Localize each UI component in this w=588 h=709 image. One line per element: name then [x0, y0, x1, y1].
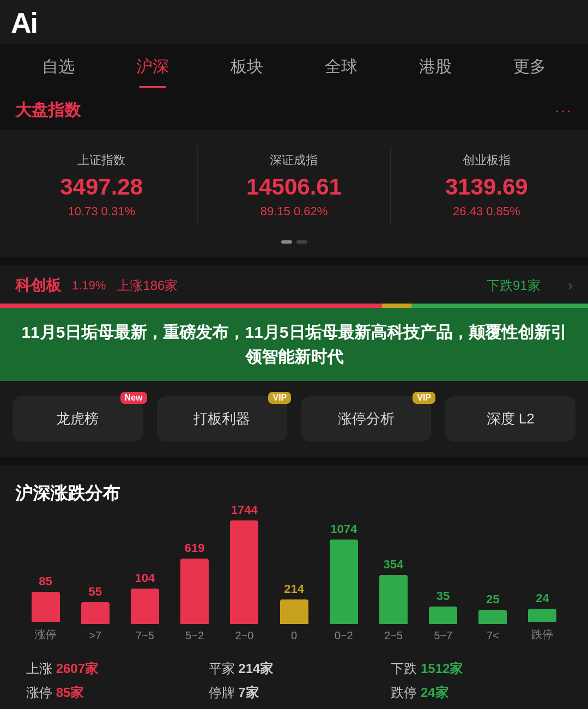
- distribution-section: 沪深涨跌分布 85涨停55>71047~56195~217442~0214010…: [0, 465, 588, 709]
- bar-value-7: 354: [384, 557, 404, 572]
- index-name-shzs: 上证指数: [10, 152, 193, 168]
- bar-col-9: 257<: [468, 592, 518, 642]
- top-bar: Ai: [0, 0, 588, 44]
- tool-label-longhu: 龙虎榜: [56, 409, 99, 428]
- bar-col-0: 85涨停: [21, 574, 70, 642]
- bar-rect-9: [478, 610, 507, 624]
- bar-value-1: 55: [89, 585, 102, 599]
- bar-rect-1: [81, 602, 110, 624]
- tool-grid: New 龙虎榜 VIP 打板利器 VIP 涨停分析 深度 L2: [0, 381, 588, 457]
- bar-rect-8: [429, 607, 457, 624]
- bar-value-10: 24: [536, 591, 549, 605]
- tool-daban[interactable]: VIP 打板利器: [150, 396, 294, 441]
- bar-rect-4: [230, 520, 258, 624]
- bar-label-8: 5~7: [434, 629, 452, 642]
- index-value-szcz: 14506.61: [202, 174, 385, 200]
- news-text: 11月5日垢母最新，重磅发布，11月5日垢母最新高科技产品，颠覆性创新引领智能新…: [21, 323, 566, 366]
- stat-flat: 平家 214家: [209, 660, 380, 677]
- bar-label-2: 7~5: [136, 629, 154, 642]
- bar-label-0: 涨停: [35, 627, 57, 642]
- index-change-shzs: 10.73 0.31%: [10, 204, 193, 219]
- bar-col-1: 55>7: [70, 585, 120, 642]
- bar-rect-6: [330, 540, 358, 624]
- badge-vip-daban: VIP: [268, 392, 291, 404]
- bar-label-4: 2~0: [235, 629, 253, 642]
- tab-more[interactable]: 更多: [483, 44, 577, 88]
- stat-halt: 停牌 7家: [209, 684, 380, 701]
- tab-quanqiu[interactable]: 全球: [294, 44, 389, 88]
- stat-flat-group: 平家 214家 停牌 7家: [203, 660, 385, 701]
- bar-label-5: 0: [291, 629, 297, 642]
- news-banner: 11月5日垢母最新，重磅发布，11月5日垢母最新高科技产品，颠覆性创新引领智能新…: [0, 308, 588, 381]
- bar-label-6: 0~2: [335, 629, 353, 642]
- bar-col-10: 24跌停: [518, 591, 567, 642]
- bar-label-10: 跌停: [531, 627, 553, 642]
- bar-label-3: 5~2: [185, 629, 204, 642]
- bar-col-7: 3542~5: [368, 557, 418, 642]
- bar-value-6: 1074: [330, 522, 357, 536]
- tab-ganggu[interactable]: 港股: [389, 44, 483, 88]
- stat-down-stop: 跌停 24家: [391, 684, 562, 701]
- tab-bankuai[interactable]: 板块: [199, 44, 294, 88]
- bar-value-5: 214: [284, 582, 304, 596]
- stat-up-group: 上涨 2607家 涨停 85家: [21, 660, 203, 701]
- bar-col-3: 6195~2: [170, 541, 220, 642]
- kcb-title: 科创板: [15, 275, 61, 296]
- tab-hushen[interactable]: 沪深: [105, 44, 199, 88]
- bar-rect-5: [280, 599, 308, 624]
- tool-label-daban: 打板利器: [193, 409, 250, 428]
- kcb-up: 上涨186家: [117, 277, 178, 294]
- separator-1: [0, 257, 588, 265]
- dot-1: [281, 240, 292, 244]
- bar-label-7: 2~5: [384, 629, 403, 642]
- bar-col-2: 1047~5: [120, 571, 169, 642]
- stat-down-group: 下跌 1512家 跌停 24家: [385, 660, 567, 701]
- stat-down: 下跌 1512家: [391, 660, 562, 677]
- pagination: [0, 235, 588, 257]
- index-cards: 上证指数 3497.28 10.73 0.31% 深证成指 14506.61 8…: [0, 130, 588, 235]
- more-button[interactable]: ···: [555, 102, 573, 119]
- index-card-shzs[interactable]: 上证指数 3497.28 10.73 0.31%: [5, 147, 198, 224]
- kcb-down: 下跌91家: [487, 277, 541, 294]
- bar-col-4: 17442~0: [220, 503, 269, 642]
- index-card-szcz[interactable]: 深证成指 14506.61 89.15 0.62%: [198, 147, 390, 224]
- tool-zhangt[interactable]: VIP 涨停分析: [294, 396, 439, 441]
- index-change-szcz: 89.15 0.62%: [202, 204, 385, 219]
- tool-longhu[interactable]: New 龙虎榜: [5, 396, 150, 441]
- bar-col-5: 2140: [269, 582, 319, 642]
- tool-label-l2: 深度 L2: [487, 409, 535, 428]
- kcb-progress-bar: [0, 304, 588, 308]
- bar-rect-2: [131, 589, 159, 624]
- distribution-chart: 85涨停55>71047~56195~217442~0214010740~235…: [15, 522, 573, 642]
- index-value-cyb: 3139.69: [395, 174, 578, 200]
- progress-down: [411, 304, 588, 308]
- bar-value-2: 104: [135, 571, 155, 585]
- bar-label-1: >7: [89, 629, 101, 642]
- kcb-bar[interactable]: 科创板 1.19% 上涨186家 下跌91家 ›: [0, 265, 588, 304]
- section-title: 大盘指数: [15, 99, 81, 122]
- bar-rect-10: [528, 609, 556, 622]
- stat-up: 上涨 2607家: [26, 660, 197, 677]
- progress-flat: [382, 304, 411, 308]
- index-change-cyb: 26.43 0.85%: [395, 204, 578, 219]
- index-card-cyb[interactable]: 创业板指 3139.69 26.43 0.85%: [391, 147, 583, 224]
- progress-up: [0, 304, 382, 308]
- bar-value-4: 1744: [231, 503, 258, 517]
- tab-zixuan[interactable]: 自选: [11, 44, 105, 88]
- bar-value-9: 25: [486, 592, 499, 607]
- bar-rect-3: [180, 559, 209, 624]
- bar-col-6: 10740~2: [319, 522, 368, 642]
- badge-vip-zhangt: VIP: [413, 392, 435, 404]
- index-name-szcz: 深证成指: [202, 152, 385, 168]
- tool-l2[interactable]: 深度 L2: [438, 396, 583, 441]
- bar-rect-0: [32, 592, 60, 622]
- bar-rect-7: [379, 575, 408, 624]
- app-logo: Ai: [11, 7, 37, 39]
- kcb-pct: 1.19%: [72, 278, 106, 293]
- index-value-shzs: 3497.28: [10, 174, 193, 200]
- bar-value-0: 85: [39, 574, 52, 589]
- badge-new: New: [120, 392, 147, 404]
- stat-up-stop: 涨停 85家: [26, 684, 197, 701]
- dot-2: [296, 240, 307, 244]
- bar-value-8: 35: [437, 589, 450, 603]
